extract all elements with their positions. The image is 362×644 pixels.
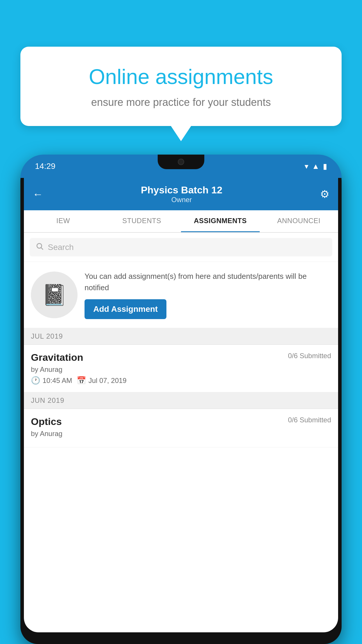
back-button[interactable]: ← [33, 188, 43, 200]
notch [158, 155, 204, 169]
meta-date: 📅 Jul 07, 2019 [77, 376, 126, 385]
info-right: You can add assignment(s) from here and … [85, 271, 331, 319]
assignment-time: 10:45 AM [43, 377, 72, 385]
header-center: Physics Batch 12 Owner [141, 184, 222, 204]
month-separator-jul: JUL 2019 [24, 328, 338, 345]
add-assignment-button[interactable]: Add Assignment [85, 299, 166, 319]
meta-time: 🕐 10:45 AM [31, 376, 72, 385]
header-subtitle: Owner [141, 196, 222, 204]
phone-screen: ← Physics Batch 12 Owner ⚙ IEW STUDENTS … [24, 178, 338, 632]
svg-point-0 [37, 244, 42, 248]
tab-students[interactable]: STUDENTS [103, 210, 181, 232]
calendar-icon: 📅 [77, 376, 86, 385]
assignment-date: Jul 07, 2019 [88, 377, 126, 385]
assignment-by: by Anurag [31, 365, 331, 374]
search-container: Search [24, 233, 338, 262]
signal-icon: ▲ [312, 162, 319, 171]
camera-dot [178, 159, 184, 165]
battery-icon: ▮ [323, 162, 327, 171]
notebook-icon: 📓 [42, 283, 67, 307]
bubble-title: Online assignments [41, 64, 321, 89]
tab-announcements[interactable]: ANNOUNCEI [260, 210, 338, 232]
search-icon [36, 242, 44, 252]
assignment-top-row: Gravitation 0/6 Submitted [31, 352, 331, 363]
clock-icon: 🕐 [31, 376, 40, 385]
assignment-submitted-optics: 0/6 Submitted [288, 416, 331, 424]
assignment-name: Gravitation [31, 352, 83, 363]
month-separator-jun: JUN 2019 [24, 392, 338, 409]
assignment-item-gravitation[interactable]: Gravitation 0/6 Submitted by Anurag 🕐 10… [24, 345, 338, 392]
status-time: 14:29 [35, 162, 55, 171]
assignment-icon-circle: 📓 [31, 272, 78, 318]
assignment-by-optics: by Anurag [31, 430, 331, 438]
search-placeholder: Search [48, 243, 74, 252]
status-bar: 14:29 ▾ ▲ ▮ [20, 155, 342, 178]
tab-assignments[interactable]: ASSIGNMENTS [181, 210, 260, 232]
wifi-icon: ▾ [305, 162, 308, 171]
tabs-container: IEW STUDENTS ASSIGNMENTS ANNOUNCEI [24, 210, 338, 233]
bubble-subtitle: ensure more practice for your students [41, 96, 321, 108]
app-header: ← Physics Batch 12 Owner ⚙ [24, 178, 338, 210]
tab-iew[interactable]: IEW [24, 210, 103, 232]
assignment-meta: 🕐 10:45 AM 📅 Jul 07, 2019 [31, 376, 331, 385]
speech-bubble: Online assignments ensure more practice … [20, 47, 342, 126]
status-icons: ▾ ▲ ▮ [305, 162, 327, 171]
phone-frame: 14:29 ▾ ▲ ▮ ← Physics Batch 12 Owner ⚙ I… [20, 155, 342, 644]
settings-icon[interactable]: ⚙ [320, 188, 329, 200]
assignment-submitted: 0/6 Submitted [288, 352, 331, 360]
info-section: 📓 You can add assignment(s) from here an… [24, 262, 338, 328]
search-input-wrapper[interactable]: Search [30, 238, 332, 256]
assignment-top-row-optics: Optics 0/6 Submitted [31, 416, 331, 427]
header-title: Physics Batch 12 [141, 184, 222, 196]
svg-line-1 [41, 248, 43, 249]
assignment-item-optics[interactable]: Optics 0/6 Submitted by Anurag [24, 409, 338, 447]
assignment-name-optics: Optics [31, 416, 62, 427]
info-text: You can add assignment(s) from here and … [85, 271, 331, 293]
